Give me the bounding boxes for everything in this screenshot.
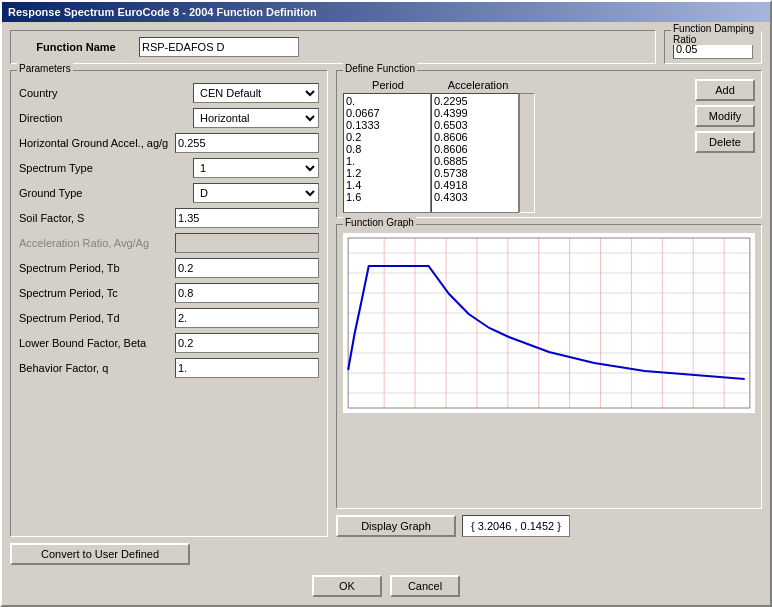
window-title: Response Spectrum EuroCode 8 - 2004 Func… (8, 6, 317, 18)
scrollbar[interactable] (519, 93, 535, 213)
add-button[interactable]: Add (695, 79, 755, 101)
ground-type-label: Ground Type (19, 187, 189, 199)
period-col-header: Period (343, 79, 433, 91)
ground-type-select[interactable]: D (193, 183, 319, 203)
behavior-label: Behavior Factor, q (19, 362, 171, 374)
modify-button[interactable]: Modify (695, 105, 755, 127)
accel-ratio-input (175, 233, 319, 253)
damping-box: Function Damping Ratio (664, 30, 762, 64)
table-data-wrapper: 0. 0.0667 0.1333 0.2 0.8 1. 1.2 1.4 1.6 … (343, 93, 689, 213)
params-legend: Parameters (17, 63, 73, 74)
lb-factor-input[interactable] (175, 333, 319, 353)
define-function-box: Define Function Period Acceleration 0. 0… (336, 70, 762, 218)
spec-tc-label: Spectrum Period, Tc (19, 287, 171, 299)
data-list: 0. 0.0667 0.1333 0.2 0.8 1. 1.2 1.4 1.6 … (343, 93, 535, 213)
coords-display: { 3.2046 , 0.1452 } (462, 515, 570, 537)
function-name-input[interactable] (139, 37, 299, 57)
spectrum-type-label: Spectrum Type (19, 162, 189, 174)
accel-col-header: Acceleration (433, 79, 523, 91)
damping-legend: Function Damping Ratio (671, 23, 761, 45)
right-bottom-row: Display Graph { 3.2046 , 0.1452 } (336, 515, 762, 537)
behavior-input[interactable] (175, 358, 319, 378)
hga-input[interactable] (175, 133, 319, 153)
spectrum-type-select-wrap: 1 (193, 158, 319, 178)
spec-td-input[interactable] (175, 308, 319, 328)
accel-data[interactable]: 0.2295 0.4399 0.6503 0.8606 0.8606 0.688… (431, 93, 519, 213)
ok-button[interactable]: OK (312, 575, 382, 597)
country-select-wrap: CEN Default (193, 83, 319, 103)
direction-select[interactable]: Horizontal (193, 108, 319, 128)
params-panel: Parameters Country CEN Default Direction… (10, 70, 328, 537)
hga-label: Horizontal Ground Accel., ag/g (19, 137, 171, 149)
display-graph-button[interactable]: Display Graph (336, 515, 456, 537)
soil-factor-input[interactable] (175, 208, 319, 228)
function-graph-legend: Function Graph (343, 217, 416, 228)
function-name-label: Function Name (21, 41, 131, 53)
ground-type-select-wrap: D (193, 183, 319, 203)
graph-svg (343, 233, 755, 413)
spec-tb-label: Spectrum Period, Tb (19, 262, 171, 274)
define-function-legend: Define Function (343, 63, 417, 74)
function-graph-box: Function Graph (336, 224, 762, 509)
graph-canvas (343, 233, 755, 413)
accel-ratio-label: Acceleration Ratio, Avg/Ag (19, 237, 171, 249)
direction-label: Direction (19, 112, 189, 124)
function-name-box: Function Name (10, 30, 656, 64)
main-window: Response Spectrum EuroCode 8 - 2004 Func… (0, 0, 772, 607)
spec-tc-input[interactable] (175, 283, 319, 303)
ok-cancel-row: OK Cancel (10, 575, 762, 597)
spec-tb-input[interactable] (175, 258, 319, 278)
convert-button[interactable]: Convert to User Defined (10, 543, 190, 565)
spectrum-type-select[interactable]: 1 (193, 158, 319, 178)
lb-factor-label: Lower Bound Factor, Beta (19, 337, 171, 349)
period-data[interactable]: 0. 0.0667 0.1333 0.2 0.8 1. 1.2 1.4 1.6 (343, 93, 431, 213)
country-select[interactable]: CEN Default (193, 83, 319, 103)
delete-button[interactable]: Delete (695, 131, 755, 153)
cancel-button[interactable]: Cancel (390, 575, 460, 597)
table-header: Period Acceleration (343, 79, 689, 91)
country-label: Country (19, 87, 189, 99)
soil-factor-label: Soil Factor, S (19, 212, 171, 224)
direction-select-wrap: Horizontal (193, 108, 319, 128)
spec-td-label: Spectrum Period, Td (19, 312, 171, 324)
title-bar: Response Spectrum EuroCode 8 - 2004 Func… (2, 2, 770, 22)
svg-rect-20 (348, 238, 750, 408)
table-area: Period Acceleration 0. 0.0667 0.1333 0.2… (343, 79, 689, 213)
right-panel: Define Function Period Acceleration 0. 0… (336, 70, 762, 537)
define-function-buttons: Add Modify Delete (695, 79, 755, 213)
